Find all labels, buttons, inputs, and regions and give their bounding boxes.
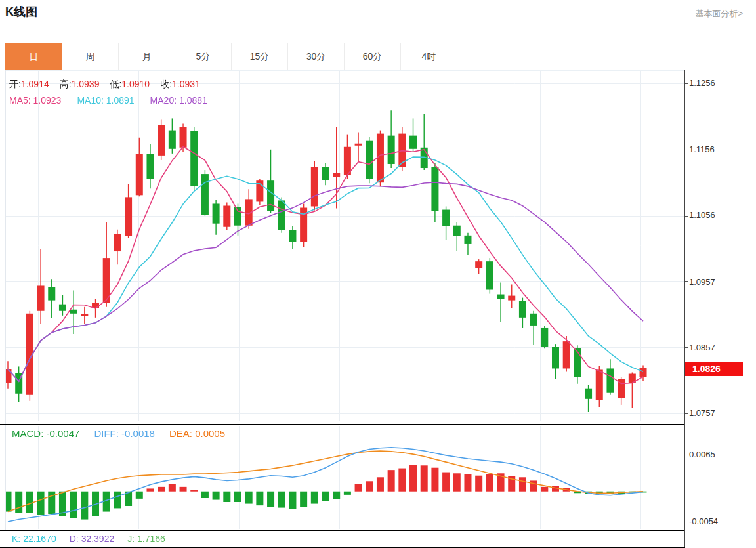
ma5-value: 1.0923 [33,95,62,106]
tab-4hour[interactable]: 4时 [400,43,457,71]
pane-divider [0,530,685,531]
ma20-value: 1.0881 [179,95,207,106]
axis-tick [685,455,688,455]
tab-60min[interactable]: 60分 [344,43,401,71]
chart-left-border [5,70,6,530]
ma10-label: MA10: [77,95,103,106]
low-value: 1.0910 [121,79,150,89]
price-axis-label: 1.1256 [689,78,715,89]
chart-region: 开:1.0914 高:1.0939 低:1.0910 收:1.0931 MA5:… [0,70,756,548]
tab-week[interactable]: 周 [62,43,119,71]
kline-canvas[interactable] [5,70,684,547]
kdj-k-value: 22.1670 [23,534,56,544]
tab-15min[interactable]: 15分 [231,43,288,71]
low-label: 低: [110,79,121,89]
macd-legend: MACD: -0.0047 DIFF: -0.0018 DEA: 0.0005 [12,428,225,439]
ma10-value: 1.0891 [106,95,135,106]
macd-axis-label: 0.0065 [689,450,715,460]
chart-top-border [5,70,684,71]
last-price-badge: 1.0826 [685,362,743,376]
axis-tick [685,216,688,217]
kdj-legend: K: 22.1670 D: 32.3922 J: 1.7166 [12,534,165,544]
price-axis-label: 1.1056 [689,210,715,221]
macd-value: -0.0047 [47,428,80,439]
tab-5min[interactable]: 5分 [175,43,232,71]
price-axis-line [684,70,685,547]
fundamental-analysis-link[interactable]: 基本面分析> [695,8,743,20]
open-label: 开: [9,79,21,89]
pane-divider [0,424,685,425]
close-value: 1.0931 [172,79,200,89]
axis-tick [685,281,688,282]
kdj-k-label: K: [12,534,20,544]
axis-tick [685,522,688,522]
price-axis-label: 1.0857 [689,343,715,353]
axis-tick [685,413,688,414]
page-title: K线图 [5,4,37,20]
kline-page: K线图 基本面分析> 日 周 月 5分 15分 30分 60分 4时 开:1.0… [0,0,756,548]
macd-label: MACD: [12,428,43,439]
macd-axis-label: -0.0054 [689,516,718,527]
diff-value: -0.0018 [121,428,155,439]
price-axis-label: 1.0957 [689,277,715,287]
price-axis-label: 1.0757 [689,408,715,419]
title-divider [0,28,756,28]
ma-legend: MA5: 1.0923 MA10: 1.0891 MA20: 1.0881 [9,95,207,106]
tab-month[interactable]: 月 [118,43,175,71]
ohlc-legend: 开:1.0914 高:1.0939 低:1.0910 收:1.0931 [9,79,200,91]
dea-label: DEA: [169,428,192,439]
axis-tick [685,347,688,348]
price-axis-label: 1.1156 [689,144,715,155]
diff-label: DIFF: [94,428,119,439]
tab-30min[interactable]: 30分 [287,43,345,71]
dea-value: 0.0005 [195,428,225,439]
kdj-j-label: J: [127,534,135,544]
period-tabs: 日 周 月 5分 15分 30分 60分 4时 [5,43,457,71]
close-label: 收: [160,79,172,89]
tab-day[interactable]: 日 [5,43,62,71]
high-label: 高: [60,79,72,89]
axis-tick [685,83,688,84]
axis-tick [685,150,688,150]
ma20-label: MA20: [150,95,177,106]
open-value: 1.0914 [21,79,49,89]
kdj-d-label: D: [70,534,79,544]
kdj-j-value: 1.7166 [137,534,165,544]
kdj-d-value: 32.3922 [81,534,115,544]
high-value: 1.0939 [72,79,100,89]
ma5-label: MA5: [9,95,31,106]
